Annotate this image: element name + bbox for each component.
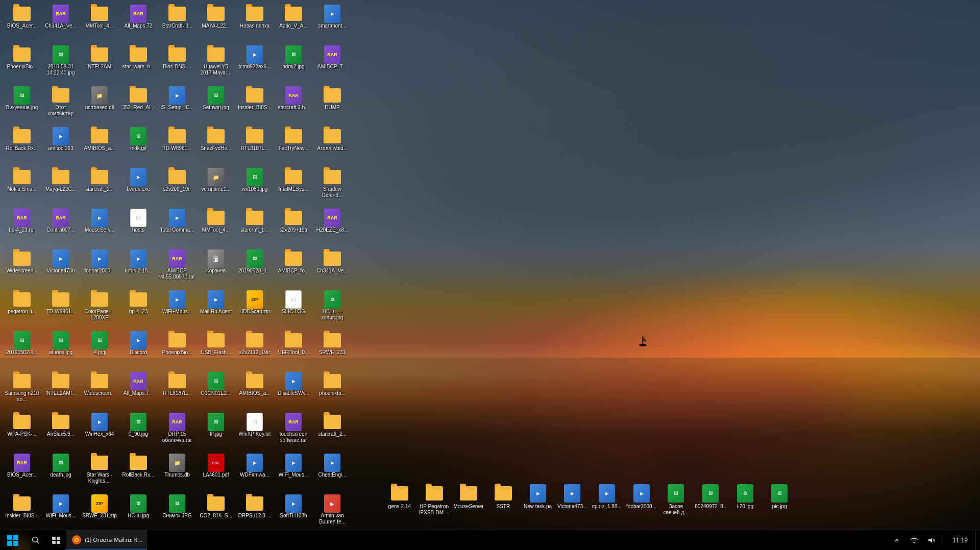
desktop-icon-co2-816-s[interactable]: CO2_816_S... bbox=[197, 492, 235, 533]
start-button[interactable] bbox=[0, 530, 26, 551]
desktop-icon-starcraft-2h[interactable]: RARstarcraft.2.h... bbox=[274, 84, 313, 125]
bottom-icon-new-task-pa[interactable]: ▶New task.pa bbox=[521, 482, 555, 523]
desktop-icon-intel2ami2[interactable]: INTEL2AMI... bbox=[41, 370, 80, 411]
desktop-icon-foobar2000[interactable]: ▶foobar2000... bbox=[80, 247, 119, 288]
desktop-icon-amibios-a2[interactable]: AMIBIOS_a... bbox=[235, 370, 274, 411]
desktop-icon-td-w8961[interactable]: TD-W8961... bbox=[158, 125, 197, 166]
desktop-icon-352-red-al[interactable]: 352_Red_Al... bbox=[119, 84, 158, 125]
desktop-icon-discord[interactable]: ▶Discord bbox=[119, 329, 158, 370]
desktop-icon-mmtool-4[interactable]: MMTool_4... bbox=[80, 3, 119, 43]
taskbar-clock[interactable]: 11:19 bbox=[946, 537, 974, 544]
desktop-icon-widescreen2[interactable]: Widescreen... bbox=[80, 370, 119, 411]
desktop-icon-star-wars-knights[interactable]: Star Wars - Knights ... bbox=[80, 452, 119, 492]
desktop-icon-wifi-mous2[interactable]: ▶WiFi_Mous... bbox=[274, 452, 313, 492]
desktop-icon-hdd-scan[interactable]: ZIPHDDScan.zip bbox=[235, 288, 274, 329]
desktop-icon-bp-4-23[interactable]: bp-4_23 bbox=[119, 288, 158, 329]
desktop-icon-insider-bios2[interactable]: Insider_BI0S... bbox=[3, 492, 41, 533]
desktop-icon-all-maps-7[interactable]: RARAll_Maps.7... bbox=[119, 370, 158, 411]
desktop-icon-uefitool-0[interactable]: UEFITool_0... bbox=[274, 329, 313, 370]
desktop-icon-0-90-jpg[interactable]: 🖼0_90.jpg bbox=[119, 411, 158, 452]
desktop-icon-safuwin[interactable]: 🖼Safuwin.jpg bbox=[197, 84, 235, 125]
desktop-icon-afudos[interactable]: 🖼afudos.jpg bbox=[41, 329, 80, 370]
desktop-icon-slic-log[interactable]: 📄SLIC.LOG bbox=[274, 288, 313, 329]
desktop-icon-wx1080[interactable]: 🖼wx1080.jpg bbox=[235, 166, 274, 207]
desktop-icon-victona473b[interactable]: ▶Victona473b bbox=[41, 247, 80, 288]
desktop-icon-rufus-218[interactable]: ▶rufus-2.18... bbox=[119, 247, 158, 288]
desktop-icon-rtl8187l[interactable]: RTL8187L... bbox=[235, 125, 274, 166]
desktop-icon-bios-acer2[interactable]: RARBIOS_Acer... bbox=[3, 452, 41, 492]
desktop-icon-huawei-y5[interactable]: Huawei Y5 2017 Maya-... bbox=[197, 43, 235, 84]
desktop-icon-mouseserv[interactable]: ▶MouseServ... bbox=[80, 207, 119, 247]
desktop-icon-hdmi2-jpg[interactable]: 🖼hdmi2.jpg bbox=[274, 43, 313, 84]
desktop-icon-touchscreen[interactable]: RARtouchscreen software.rar bbox=[274, 411, 313, 452]
desktop-icon-thumbs-db[interactable]: 📁Thumbs.db bbox=[158, 452, 197, 492]
desktop-icon-ucrtbased[interactable]: 📁ucrtbased.dll bbox=[80, 84, 119, 125]
desktop-icon-amibcp-v455[interactable]: RARAMiBCP v4.55.00070.rar bbox=[158, 247, 197, 288]
bottom-icon-80240972-8[interactable]: 🖼80240972_8... bbox=[694, 482, 727, 523]
desktop-icon-srwe-231[interactable]: SRWE_231 bbox=[313, 329, 352, 370]
desktop-icon-samsung-n210[interactable]: Samsung n210 so... bbox=[3, 370, 41, 411]
desktop-icon-o1cn01e2[interactable]: 🖼O1CN01E2... bbox=[197, 370, 235, 411]
desktop-icon-maya-l22[interactable]: MAYA-L22... bbox=[197, 3, 235, 43]
desktop-icon-4-jpg[interactable]: 🖼4.jpg bbox=[80, 329, 119, 370]
desktop-icon-phoenixto[interactable]: phoenixto... bbox=[313, 370, 352, 411]
desktop-icon-20190528-1[interactable]: 🖼20190528_1... bbox=[235, 247, 274, 288]
bottom-icon-sstr[interactable]: SSTR bbox=[486, 482, 520, 523]
desktop-icon-h20eze-x8[interactable]: RARH20EZE_x8... bbox=[313, 207, 352, 247]
desktop-icon-phoenixbio[interactable]: PhoenixBio... bbox=[3, 43, 41, 84]
desktop-icon-wifi-mous3[interactable]: ▶WiFi_Mous... bbox=[41, 492, 80, 533]
desktop-icon-colorpage[interactable]: ColorPage-... 1200XE bbox=[80, 288, 119, 329]
desktop-icon-is-setup-lc[interactable]: ▶IS_Setup_IC... bbox=[158, 84, 197, 125]
desktop-icon-ch341a-ve[interactable]: RARCh341A_Ve... bbox=[41, 3, 80, 43]
desktop-icon-novaya-papka[interactable]: Новая папка bbox=[235, 3, 274, 43]
desktop-icon-hc-sh-jpg[interactable]: 🖼НС-ш.jpg bbox=[119, 492, 158, 533]
desktop-icon-mailru-agent[interactable]: ▶Mail.Ru Agent bbox=[197, 288, 235, 329]
bottom-icon-hp-pegatron[interactable]: HP Pegatron IPXSB-DM ... bbox=[418, 482, 451, 523]
desktop-icon-smartmontools[interactable]: ▶smartmont... bbox=[313, 3, 352, 43]
desktop-icon-winhex-x64[interactable]: ▶WinHex_x64 bbox=[80, 411, 119, 452]
desktop-icon-intelme-sys[interactable]: IntelMESys... bbox=[274, 166, 313, 207]
desktop-icon-dump[interactable]: DUMP bbox=[313, 84, 352, 125]
desktop-icon-total-cmd[interactable]: ▶Total Comma... bbox=[158, 207, 197, 247]
desktop-icon-korzina[interactable]: 🗑Корзина bbox=[197, 247, 235, 288]
desktop-icon-shadow-def[interactable]: Shadow Defend... bbox=[313, 166, 352, 207]
bottom-icon-cpu-z-188[interactable]: ▶cpu-z_1.88... bbox=[590, 482, 624, 523]
bottom-icon-mouseserver[interactable]: MouseServer bbox=[452, 482, 485, 523]
desktop-icon-vcruntime1[interactable]: 📁vcruntime1... bbox=[197, 166, 235, 207]
bottom-icon-victoria473[interactable]: ▶Victoria473... bbox=[555, 482, 589, 523]
desktop-icon-rollback-rx2[interactable]: RollBack.Rx... bbox=[119, 452, 158, 492]
desktop-icon-wpa-psk[interactable]: WPA-PSK-... bbox=[3, 411, 41, 452]
desktop-icon-fff-jpg[interactable]: 🖼fff.jpg bbox=[197, 411, 235, 452]
desktop-icon-bios-dns[interactable]: Bios-DNS-... bbox=[158, 43, 197, 84]
desktop-icon-winxp-key[interactable]: 📄WinXP Key.txt bbox=[235, 411, 274, 452]
desktop-icon-death-jpg[interactable]: 🖼death.jpg bbox=[41, 452, 80, 492]
desktop-icon-bwrus-exe[interactable]: ▶bwrus.exe bbox=[119, 166, 158, 207]
desktop-icon-snazyfydhe[interactable]: SnazFydHe... bbox=[197, 125, 235, 166]
desktop-icon-snimok-jpg[interactable]: 🖼Снимок.JPG bbox=[158, 492, 197, 533]
desktop-icon-amibios-a[interactable]: AMIBIOS_a... bbox=[80, 125, 119, 166]
desktop-icon-la4601-pdf[interactable]: PDFLA4601.pdf bbox=[197, 452, 235, 492]
desktop-icon-starcraft-b[interactable]: starcraft_b... bbox=[235, 207, 274, 247]
desktop-icon-armin-van[interactable]: ▶Armin van Buuren fe... bbox=[313, 492, 352, 533]
desktop-icon-bios-acer[interactable]: BIOS_Acer... bbox=[3, 3, 41, 43]
desktop-icon-disablesw[interactable]: ▶DisableSWv... bbox=[274, 370, 313, 411]
desktop-icon-starcraft-2[interactable]: starcraft_2... bbox=[80, 166, 119, 207]
desktop-icon-hc-sh-kopiya[interactable]: 🖼НС-ш — копия.jpg bbox=[313, 288, 352, 329]
desktop-icon-tcmd922ax[interactable]: ▶tcmd922ax6... bbox=[235, 43, 274, 84]
desktop-icon-factrynew[interactable]: FacTryNew... bbox=[274, 125, 313, 166]
task-view-button[interactable] bbox=[46, 530, 66, 551]
taskbar-search-button[interactable] bbox=[26, 530, 46, 551]
desktop-icon-hosts[interactable]: 📄hosts bbox=[119, 207, 158, 247]
desktop-icon-etot-komp[interactable]: Этот компьютер bbox=[41, 84, 80, 125]
desktop-icon-rtl8187l2[interactable]: RTL8187L... bbox=[158, 370, 197, 411]
desktop-icon-s2v2112-19tr[interactable]: s2v2112_19tr bbox=[235, 329, 274, 370]
network-icon[interactable] bbox=[906, 530, 922, 551]
desktop-icon-amibcp-7[interactable]: RARAMIBCP_7... bbox=[313, 43, 352, 84]
desktop-icon-airslax59[interactable]: AirSlax5.9... bbox=[41, 411, 80, 452]
desktop-icon-contra007[interactable]: RARContra007... bbox=[41, 207, 80, 247]
show-desktop-button[interactable] bbox=[975, 530, 977, 551]
bottom-icon-gens-214[interactable]: gens-2.14 bbox=[383, 482, 416, 523]
desktop-icon-usb-flash[interactable]: USB_Flash... bbox=[197, 329, 235, 370]
desktop-icon-amitool163[interactable]: ▶amitool163 bbox=[41, 125, 80, 166]
desktop-icon-nokia-sma[interactable]: Nokia Sma... bbox=[3, 166, 41, 207]
